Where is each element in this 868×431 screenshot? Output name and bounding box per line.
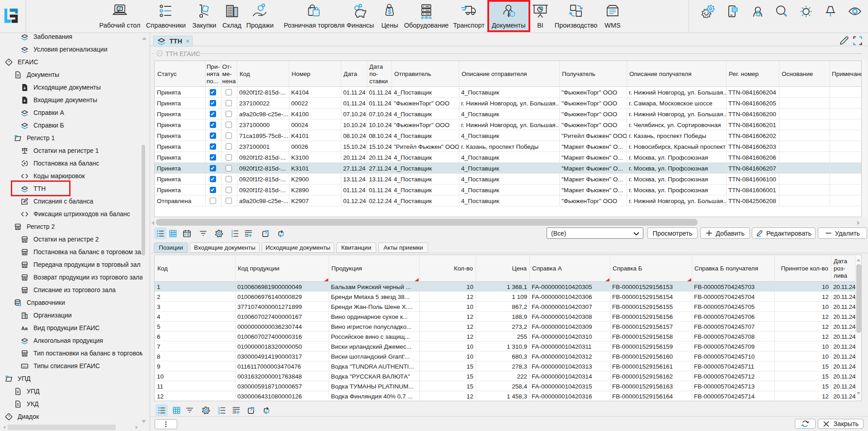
svg-text:Aa: Aa [21,325,28,331]
svg-text:$: $ [388,8,392,15]
svg-text:3: 3 [231,234,233,237]
svg-text:3: 3 [218,411,220,414]
